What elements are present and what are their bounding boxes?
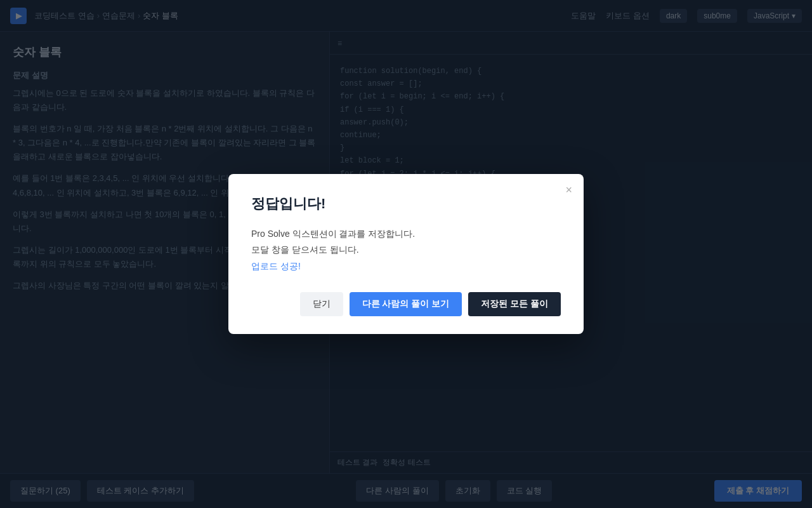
- modal-body-line2: 모달 창을 닫으셔도 됩니다.: [251, 244, 359, 255]
- modal-close-btn[interactable]: 닫기: [300, 292, 343, 316]
- modal-dialog: × 정답입니다! Pro Solve 익스텐션이 결과를 저장합니다. 모달 창…: [228, 174, 584, 334]
- modal-body-line1: Pro Solve 익스텐션이 결과를 저장합니다.: [251, 229, 415, 239]
- modal-title: 정답입니다!: [251, 194, 561, 213]
- upload-success-link[interactable]: 업로드 성공!: [251, 261, 301, 271]
- modal-footer: 닫기 다른 사람의 풀이 보기 저장된 모든 풀이: [251, 292, 561, 316]
- modal-close-button[interactable]: ×: [565, 184, 572, 196]
- modal-saved-btn[interactable]: 저장된 모든 풀이: [468, 292, 561, 316]
- modal-body: Pro Solve 익스텐션이 결과를 저장합니다. 모달 창을 닫으셔도 됩니…: [251, 226, 561, 274]
- modal-others-btn[interactable]: 다른 사람의 풀이 보기: [350, 292, 462, 316]
- modal-overlay: × 정답입니다! Pro Solve 익스텐션이 결과를 저장합니다. 모달 창…: [0, 0, 812, 508]
